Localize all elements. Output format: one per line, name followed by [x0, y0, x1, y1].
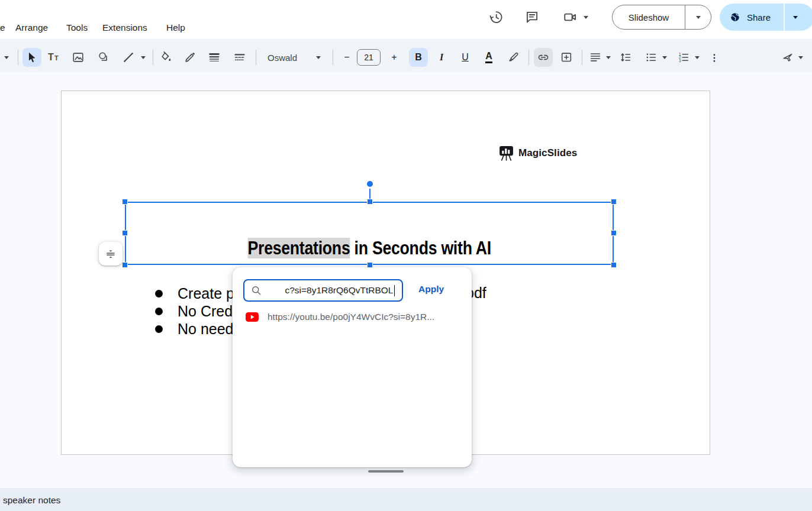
italic-button[interactable]: I	[432, 48, 451, 67]
resize-handle-e[interactable]	[611, 231, 616, 235]
font-family-dropdown[interactable]	[312, 48, 324, 67]
insert-link-button[interactable]	[534, 48, 553, 67]
slide-title-textbox[interactable]: Presentations in Seconds with AI	[126, 203, 613, 264]
bold-icon: B	[415, 52, 422, 63]
link-icon	[537, 51, 550, 64]
border-dash-button[interactable]	[230, 48, 249, 67]
resize-handle-nw[interactable]	[123, 199, 127, 204]
bulleted-list-dropdown[interactable]	[659, 48, 671, 67]
link-search-value: c?si=8y1R8rQ6QvTtRBOL	[285, 285, 393, 296]
slideshow-button[interactable]: Slideshow	[612, 5, 711, 30]
bullet-row: No Cred	[155, 302, 234, 320]
logo-text: MagicSlides	[518, 147, 577, 159]
history-icon	[488, 9, 504, 25]
meet-button[interactable]	[561, 8, 580, 27]
slideshow-dropdown[interactable]	[685, 5, 711, 29]
slide-bullet-textbox[interactable]: Create p No Cred No need	[155, 284, 234, 338]
laser-pointer-icon	[781, 51, 794, 64]
menu-item-arrange[interactable]: Arrange	[15, 22, 48, 33]
dialog-drag-handle[interactable]	[368, 470, 404, 473]
text-cursor	[394, 285, 395, 296]
align-dropdown[interactable]	[602, 48, 614, 67]
insert-shape-button[interactable]	[94, 48, 113, 67]
toolbar-divider	[582, 50, 582, 65]
insert-image-button[interactable]	[69, 48, 88, 67]
bullet-dot	[155, 308, 163, 315]
line-dropdown[interactable]	[137, 48, 149, 67]
shape-icon	[97, 51, 110, 64]
numbered-list-dropdown[interactable]	[691, 48, 703, 67]
more-vertical-icon: ⋮	[710, 52, 719, 63]
resize-handle-n[interactable]	[368, 199, 372, 204]
top-bar: e Arrange Tools Extensions Help	[0, 0, 812, 39]
chevron-down-icon	[662, 56, 667, 59]
slide-title: Presentations in Seconds with AI	[247, 238, 491, 259]
line-icon	[122, 51, 135, 64]
autofit-icon	[104, 247, 117, 260]
chevron-down-icon	[695, 56, 700, 59]
border-weight-button[interactable]	[205, 48, 224, 67]
resize-handle-sw[interactable]	[123, 263, 127, 267]
menu-item-fragment[interactable]: e	[0, 22, 5, 33]
line-spacing-icon	[619, 51, 632, 64]
link-suggestion-item[interactable]: https://youtu.be/po0jY4WvCIc?si=8y1R...	[246, 312, 459, 322]
border-color-button[interactable]	[181, 48, 199, 67]
toolbar-divider	[153, 50, 153, 65]
font-size-input[interactable]: 21	[357, 49, 381, 66]
title-rest-text: in Seconds with AI	[350, 238, 491, 258]
resize-handle-w[interactable]	[123, 231, 127, 235]
text-color-button[interactable]: A	[479, 48, 498, 67]
toolbar-divider	[529, 50, 529, 65]
resize-handle-se[interactable]	[611, 263, 616, 267]
menu-item-help[interactable]: Help	[166, 22, 185, 33]
slide-logo[interactable]: MagicSlides	[499, 145, 577, 161]
bullet-row: Create p	[155, 284, 234, 302]
comments-button[interactable]	[523, 8, 542, 27]
font-family-select[interactable]: Oswald	[268, 48, 315, 67]
apply-button[interactable]: Apply	[418, 284, 444, 295]
decrease-font-button[interactable]: −	[337, 48, 356, 67]
fill-color-button[interactable]	[156, 48, 175, 67]
add-comment-button[interactable]	[557, 48, 576, 67]
insert-link-dialog: c?si=8y1R8rQ6QvTtRBOL Apply https://yout…	[233, 267, 472, 467]
meet-dropdown[interactable]	[580, 8, 592, 27]
share-label: Share	[747, 12, 771, 22]
chevron-down-icon	[696, 16, 701, 19]
bold-button[interactable]: B	[409, 48, 428, 67]
select-tool-button[interactable]	[22, 48, 41, 67]
highlight-color-button[interactable]	[504, 48, 523, 67]
suggestion-url: https://youtu.be/po0jY4WvCIc?si=8y1R...	[268, 312, 434, 322]
video-camera-icon	[563, 9, 578, 25]
autofit-button[interactable]	[99, 242, 123, 266]
highlighter-icon	[507, 51, 520, 64]
bullet-text: No need	[178, 321, 234, 338]
chevron-down-icon	[606, 56, 611, 59]
bullet-text: No Cred	[178, 303, 233, 320]
fill-color-icon	[159, 51, 172, 64]
bulleted-list-icon	[645, 51, 658, 64]
resize-handle-s[interactable]	[368, 263, 372, 267]
zoom-dropdown[interactable]	[0, 48, 14, 67]
underline-button[interactable]: U	[456, 48, 475, 67]
resize-handle-ne[interactable]	[611, 199, 616, 204]
insert-line-button[interactable]	[119, 48, 138, 67]
link-search-input[interactable]: c?si=8y1R8rQ6QvTtRBOL	[243, 279, 403, 302]
share-button[interactable]: Share	[720, 4, 812, 31]
bullet-dot	[155, 290, 163, 297]
text-box-button[interactable]: T T	[44, 48, 63, 67]
increase-font-button[interactable]: +	[385, 48, 404, 67]
menu-item-tools[interactable]: Tools	[66, 22, 88, 33]
numbered-list-button[interactable]: 1 2 3	[674, 48, 693, 67]
rotation-handle[interactable]	[367, 181, 373, 187]
more-options-button[interactable]: ⋮	[705, 48, 724, 67]
speaker-notes-pane[interactable]: speaker notes	[0, 488, 812, 511]
youtube-icon	[246, 312, 259, 322]
version-history-button[interactable]	[486, 8, 505, 27]
bullet-text: Create p	[178, 285, 234, 302]
globe-icon	[729, 11, 741, 23]
menu-item-extensions[interactable]: Extensions	[102, 22, 147, 33]
bulleted-list-button[interactable]	[642, 48, 660, 67]
toolbar-divider	[256, 50, 256, 65]
line-spacing-button[interactable]	[616, 48, 635, 67]
pointer-mode-dropdown[interactable]	[795, 48, 807, 67]
